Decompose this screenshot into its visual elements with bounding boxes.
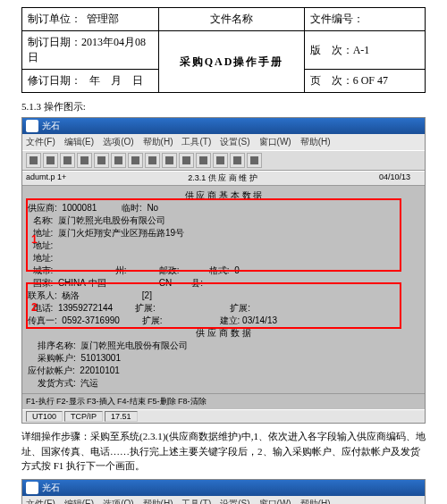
instruction-text: 详细操作步骤：采购至系统(2.3.1)(供应商数据维护)中,1、依次进入各字段输… — [21, 429, 426, 474]
program-name: adumt.p 1+ — [26, 172, 66, 184]
date: 04/10/13 — [379, 172, 410, 184]
field-line: 应付款帐户: 22010101 — [28, 365, 419, 377]
menu-item[interactable]: 选项(O) — [103, 136, 133, 148]
menu-item[interactable]: 编辑(E) — [64, 136, 94, 148]
menu-item[interactable]: 帮助(H) — [300, 136, 331, 148]
toolbar-button[interactable] — [43, 153, 58, 168]
toolbar-button[interactable] — [230, 153, 245, 168]
ver-label: 版 次： — [310, 44, 353, 56]
menu-item[interactable]: 窗口(W) — [259, 136, 291, 148]
menu-item[interactable]: 设置(S) — [220, 136, 249, 148]
field-line: 采购帐户: 51013001 — [28, 352, 419, 365]
toolbar-button[interactable] — [111, 153, 126, 168]
instruction-content: 详细操作步骤：采购至系统(2.3.1)(供应商数据维护)中,1、依次进入各字段输… — [21, 431, 426, 471]
window-title: 光石 — [42, 482, 60, 494]
field-line: 发货方式: 汽运 — [28, 377, 419, 390]
toolbar-button[interactable] — [145, 153, 160, 168]
menubar[interactable]: 文件(F) 编辑(E) 选项(O) 帮助(H) 工具(T) 设置(S) 窗口(W… — [22, 134, 425, 150]
screen-title: 2.3.1 供 应 商 维 护 — [77, 172, 368, 184]
fkey-bar: F1-执行 F2-显示 F3-插入 F4-结束 F5-删除 F8-清除 — [22, 393, 425, 409]
page-label: 页 次： — [310, 74, 353, 87]
menu-item[interactable]: 选项(O) — [103, 498, 133, 505]
fileno-label: 文件编号： — [304, 8, 425, 31]
rev-label: 修订日期： — [28, 74, 81, 87]
toolbar — [22, 150, 425, 171]
statusbar: UT100 TCP/IP 17.51 — [22, 409, 425, 423]
field-line: 排序名称: 厦门乾照光电股份有限公司 — [28, 340, 419, 352]
toolbar-button[interactable] — [213, 153, 228, 168]
window-titlebar: 光石 — [22, 480, 425, 496]
toolbar-button[interactable] — [26, 153, 41, 168]
app-icon — [26, 120, 38, 132]
menu-item[interactable]: 编辑(E) — [64, 498, 94, 505]
annotation-num-1: 1 — [31, 232, 38, 248]
menu-item[interactable]: 文件(F) — [26, 498, 55, 505]
status-header: adumt.p 1+ 2.3.1 供 应 商 维 护 04/10/13 — [22, 171, 425, 186]
window-titlebar: 光石 — [22, 118, 425, 134]
toolbar-button[interactable] — [94, 153, 109, 168]
menu-item[interactable]: 帮助(H) — [300, 498, 331, 505]
doc-header: 制订单位： 管理部 文件名称 文件编号： 制订日期：2013年04月08日 采购… — [21, 7, 426, 93]
toolbar-button[interactable] — [60, 153, 75, 168]
toolbar-button[interactable] — [247, 153, 262, 168]
doc-title: 采购QAD操作手册 — [159, 31, 304, 93]
menu-item[interactable]: 文件(F) — [26, 136, 55, 148]
annotation-box-2 — [26, 282, 401, 329]
status-cell: 17.51 — [105, 411, 138, 422]
toolbar-button[interactable] — [162, 153, 177, 168]
section-heading: 5.1.3 操作图示: — [21, 100, 426, 113]
menu-item[interactable]: 帮助(H) — [143, 498, 173, 505]
annotation-num-2: 2 — [31, 300, 38, 315]
menubar[interactable]: 文件(F) 编辑(E) 选项(O) 帮助(H) 工具(T) 设置(S) 窗口(W… — [22, 496, 425, 505]
menu-item[interactable]: 设置(S) — [220, 498, 249, 505]
app-icon — [26, 482, 38, 494]
screenshot-1: 光石 文件(F) 编辑(E) 选项(O) 帮助(H) 工具(T) 设置(S) 窗… — [21, 117, 426, 424]
ver: A-1 — [353, 44, 370, 56]
toolbar-button[interactable] — [196, 153, 211, 168]
rev-date: 年 月 日 — [89, 74, 143, 87]
menu-item[interactable]: 帮助(H) — [143, 136, 173, 148]
filename-label: 文件名称 — [159, 8, 304, 31]
toolbar-button[interactable] — [179, 153, 194, 168]
menu-item[interactable]: 工具(T) — [181, 136, 211, 148]
menu-item[interactable]: 窗口(W) — [259, 498, 291, 505]
screenshot-2: 光石 文件(F) 编辑(E) 选项(O) 帮助(H) 工具(T) 设置(S) 窗… — [21, 479, 426, 505]
menu-item[interactable]: 工具(T) — [181, 498, 211, 505]
dept-label: 制订单位： — [28, 13, 81, 25]
page-no: 6 OF 47 — [353, 74, 388, 87]
status-cell: TCP/IP — [64, 411, 103, 422]
toolbar-button[interactable] — [128, 153, 143, 168]
toolbar-button[interactable] — [77, 153, 92, 168]
created-label: 制订日期： — [28, 36, 81, 48]
status-cell: UT100 — [26, 411, 63, 422]
window-title: 光石 — [42, 120, 60, 132]
terminal-body: 供 应 商 基 本 数 据 供应商: 1000081 临时: No 名称: 厦门… — [22, 186, 425, 393]
section-head: 供 应 商 数 据 — [28, 327, 419, 340]
annotation-box-1 — [26, 198, 401, 272]
dept: 管理部 — [87, 13, 119, 25]
